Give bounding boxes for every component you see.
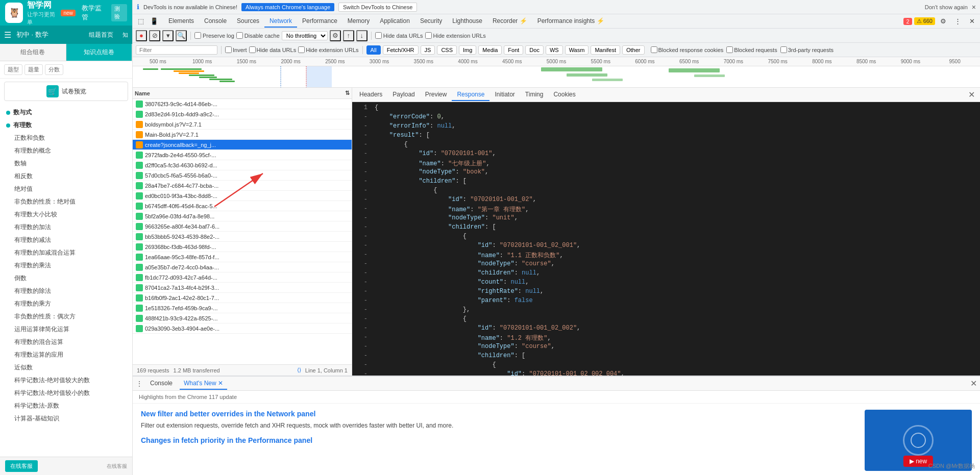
drawer-tab-whats-new[interactable]: What's New ✕ <box>180 378 227 390</box>
req-item-6[interactable]: 2972fadb-2e4d-4550-95cf-... <box>133 150 352 160</box>
detail-tab-timing[interactable]: Timing <box>520 89 549 101</box>
req-item-10[interactable]: ed0bc010-9f3a-43bc-8dd8-... <box>133 191 352 201</box>
whats-new-title-2[interactable]: Changes in fetch priority in the Perform… <box>141 436 856 444</box>
disable-cache-label[interactable]: Disable cache <box>236 32 280 39</box>
tree-item-14[interactable]: 有理数的乘方 <box>0 297 132 310</box>
blocked-req-label[interactable]: Blocked requests <box>726 46 777 53</box>
category-rational[interactable]: 有理数 <box>0 119 132 132</box>
invert-checkbox[interactable] <box>225 46 232 53</box>
throttling-select[interactable]: No throttling Fast 3G Slow 3G Offline <box>282 31 328 40</box>
tab-network[interactable]: Network <box>264 15 297 28</box>
tree-item-22[interactable]: 科学记数法-原数 <box>0 399 132 412</box>
filter-media[interactable]: Media <box>478 45 502 55</box>
tree-item-2[interactable]: 有理数的概念 <box>0 144 132 157</box>
detail-tab-payload[interactable]: Payload <box>387 89 420 101</box>
tab-elements[interactable]: Elements <box>163 15 199 28</box>
tree-item-7[interactable]: 有理数大小比较 <box>0 208 132 221</box>
preview-button[interactable]: 🛒 试卷预览 <box>4 82 128 101</box>
customize-button[interactable]: ⋮ <box>951 15 964 28</box>
hide-data-checkbox[interactable] <box>249 46 256 53</box>
req-item-12[interactable]: 5bf2a96e-03fd-4d7a-8e98... <box>133 211 352 221</box>
detail-tab-cookies[interactable]: Cookies <box>548 89 580 101</box>
req-item-19[interactable]: 87041ca2-7a13-4fc4-b29f-3... <box>133 283 352 293</box>
resize-handle[interactable]: ⇅ <box>345 90 350 96</box>
preserve-log-label[interactable]: Preserve log <box>194 32 234 39</box>
settings-button[interactable]: ⚙ <box>937 15 949 28</box>
response-content[interactable]: 1 { - "errorCode": 0, - "errorInfo": nul… <box>352 102 980 376</box>
req-item-22[interactable]: 488f421b-93c9-422a-8525-... <box>133 313 352 323</box>
online-service-button[interactable]: 在线客服 <box>5 460 38 472</box>
filter-ws[interactable]: WS <box>546 45 563 55</box>
req-item-16[interactable]: 1ea66aae-95c3-48fe-857d-f... <box>133 252 352 262</box>
tree-item-12[interactable]: 倒数 <box>0 272 132 285</box>
tab-console[interactable]: Console <box>199 15 232 28</box>
filter-fetch-xhr[interactable]: Fetch/XHR <box>383 45 419 55</box>
detail-tab-headers[interactable]: Headers <box>354 89 387 101</box>
filter-type[interactable]: 题型 <box>4 64 22 75</box>
tab-lighthouse[interactable]: Lighthouse <box>447 15 487 28</box>
tree-item-15[interactable]: 非负数的性质：偶次方 <box>0 310 132 323</box>
tab-sources[interactable]: Sources <box>232 15 264 28</box>
whats-new-thumbnail[interactable]: ▶ new <box>865 410 972 471</box>
clear-button[interactable]: ⊘ <box>149 30 160 41</box>
req-item-2[interactable]: 2d83e2d4-91cb-4dd9-a9c2-... <box>133 109 352 119</box>
filter-count[interactable]: 题量 <box>24 64 43 75</box>
filter-wasm[interactable]: Wasm <box>565 45 589 55</box>
filter-other[interactable]: Other <box>622 45 645 55</box>
req-item-1[interactable]: 380762f3-9c9c-4d14-86eb-... <box>133 99 352 109</box>
blocked-req-checkbox[interactable] <box>726 46 733 53</box>
record-button[interactable]: ● <box>136 30 147 41</box>
tree-item-10[interactable]: 有理数的加减混合运算 <box>0 246 132 259</box>
throttling-profiles-button[interactable]: ⚙ <box>330 30 341 41</box>
filter-js[interactable]: JS <box>421 45 435 55</box>
hide-ext-label[interactable]: Hide extension URLs <box>298 46 358 53</box>
whats-new-title-1[interactable]: New filter and better overrides in the N… <box>141 410 856 418</box>
tree-item-5[interactable]: 绝对值 <box>0 183 132 195</box>
detail-tab-response[interactable]: Response <box>452 89 489 101</box>
import-button[interactable]: ↑ <box>343 30 354 41</box>
switch-chinese-button[interactable]: Switch DevTools to Chinese <box>338 3 417 12</box>
tree-item-17[interactable]: 有理数的混合运算 <box>0 336 132 348</box>
filter-img[interactable]: Img <box>459 45 476 55</box>
req-item-21[interactable]: 1e518326-7efd-459b-9ca9-... <box>133 303 352 313</box>
detail-close-button[interactable]: ✕ <box>965 90 978 99</box>
tree-item-13[interactable]: 有理数的除法 <box>0 285 132 297</box>
req-item-13[interactable]: 9663265e-a80f-4e34-baf7-6... <box>133 221 352 232</box>
filter-font[interactable]: Font <box>504 45 523 55</box>
filter-manifest[interactable]: Manifest <box>591 45 620 55</box>
req-item-18[interactable]: fb1dc772-d093-42c7-a64d-... <box>133 272 352 283</box>
tree-item-6[interactable]: 非负数的性质：绝对值 <box>0 195 132 208</box>
req-item-8[interactable]: 57d0cbc5-f6a5-4556-b6a0-... <box>133 170 352 181</box>
hide-data-urls-label[interactable]: Hide data URLs <box>375 32 423 39</box>
info-close-button[interactable]: × <box>972 3 976 11</box>
filter-css[interactable]: CSS <box>437 45 457 55</box>
third-party-label[interactable]: 3rd-party requests <box>780 46 834 53</box>
device-toolbar-button[interactable]: 📱 <box>148 15 160 28</box>
tab-application[interactable]: Application <box>375 15 415 28</box>
filter-input[interactable] <box>136 45 217 55</box>
source-map-link[interactable]: ⟨⟩ <box>297 367 301 373</box>
hamburger-icon[interactable]: ☰ <box>4 30 11 40</box>
req-item-11[interactable]: b6745dff-40f6-45d4-8cac-5... <box>133 201 352 211</box>
category-numbers[interactable]: 数与式 <box>0 106 132 119</box>
tree-item-23[interactable]: 计算器-基础知识 <box>0 412 132 425</box>
blocked-cookies-label[interactable]: Blocked response cookies <box>651 46 724 53</box>
inspect-element-button[interactable]: ⬚ <box>135 15 147 28</box>
nav-right[interactable]: 组题首页 <box>89 31 113 39</box>
tab-perf-insights[interactable]: Performance insights ⚡ <box>532 15 609 28</box>
hide-data-urls-checkbox[interactable] <box>375 32 382 39</box>
filter-score[interactable]: 分数 <box>45 64 63 75</box>
blocked-cookies-checkbox[interactable] <box>651 46 657 53</box>
tree-item-20[interactable]: 科学记数法-绝对值较大的数 <box>0 374 132 387</box>
hide-extension-urls-label[interactable]: Hide extension URLs <box>425 32 486 39</box>
export-button[interactable]: ↓ <box>356 30 368 41</box>
close-devtools-button[interactable]: ✕ <box>966 15 978 28</box>
hide-data-label[interactable]: Hide data URLs <box>249 46 297 53</box>
drawer-tab-console[interactable]: Console <box>146 378 177 390</box>
invert-label[interactable]: Invert <box>225 46 247 53</box>
req-item-9[interactable]: 28a47be7-c684-4c77-bcba-... <box>133 181 352 191</box>
filter-button[interactable]: ▾ <box>162 30 174 41</box>
tab-performance[interactable]: Performance <box>297 15 342 28</box>
drawer-close-button[interactable]: ✕ <box>970 379 977 388</box>
detail-tab-preview[interactable]: Preview <box>420 89 452 101</box>
